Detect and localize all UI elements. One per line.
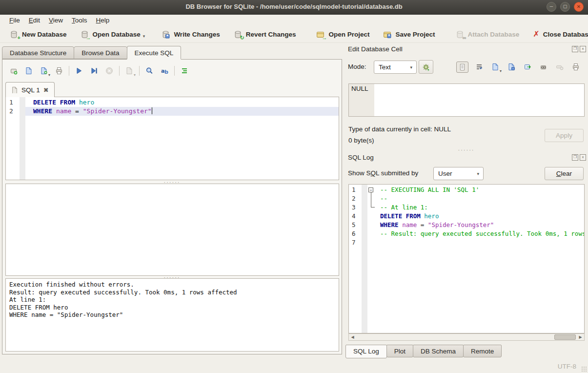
tab-plot[interactable]: Plot [386,345,413,357]
execute-sql-panel: ▾ ▾ ab [2,59,342,354]
edit-cell-dock-controls: ❐ x [572,46,586,52]
plus-badge-icon: + [18,35,20,41]
log-content: − -- EXECUTING ALL IN 'SQL 1' -- -- At l… [367,186,584,238]
menu-file[interactable]: File [5,16,24,25]
save-project-icon [383,30,392,39]
cell-editor-icons: ▾ [456,60,581,74]
text-mode-icon[interactable] [456,62,468,73]
submitted-by-combobox[interactable]: User ▾ [433,167,484,180]
tab-remote[interactable]: Remote [463,345,502,357]
svg-text:b: b [164,69,168,75]
export-icon[interactable] [522,62,533,72]
save-project-button[interactable]: Save Project [380,28,438,41]
open-project-button[interactable]: → Open Project [313,28,372,41]
link-badge-icon: ∞ [463,35,466,41]
toolbar-separator [139,66,140,76]
menu-tools[interactable]: Tools [67,16,92,25]
write-changes-button[interactable]: Write Changes [159,28,223,41]
print-icon[interactable] [570,62,581,72]
find-icon[interactable] [144,65,155,76]
execute-all-icon[interactable] [74,65,84,76]
fold-collapse-icon[interactable]: − [368,187,373,192]
stop-icon [104,65,115,76]
toolbar-separator [174,66,175,76]
scroll-left-icon[interactable]: ◀ [349,334,356,340]
close-database-button[interactable]: ✗ Close Database [530,28,588,40]
resize-grip[interactable] [581,366,587,372]
close-panel-icon[interactable]: x [580,46,586,52]
open-file-icon[interactable]: ▾ [490,62,501,72]
dock-splitter[interactable]: ······ [345,149,588,152]
tab-sql-log[interactable]: SQL Log [345,345,387,358]
main-toolbar: + New Database → Open Database ▾ Write C… [0,26,588,43]
close-button[interactable]: ✕ [574,2,584,12]
execute-current-line-icon[interactable] [89,65,100,76]
minimize-button[interactable]: ─ [547,2,556,12]
line-number-gutter: 1 2 [6,97,20,180]
fold-margin [20,97,25,180]
link-icon[interactable] [538,62,549,72]
new-database-button[interactable]: + New Database [7,28,70,41]
right-dock: Edit Database Cell ❐ x Mode: Text ▾ ▾ [345,45,588,363]
cell-size-info: 0 byte(s) [348,137,374,144]
scrollbar-thumb[interactable] [554,334,576,340]
print-icon[interactable] [54,65,64,76]
sql-log-filter-row: Show SQL submitted by User ▾ Clear [345,166,588,181]
format-sql-icon[interactable] [179,65,190,76]
open-sql-file-new-tab-icon[interactable]: ▾ [39,65,49,76]
close-tab-icon[interactable]: ✖ [43,86,49,94]
tab-db-schema[interactable]: DB Schema [413,345,464,357]
mode-combobox[interactable]: Text ▾ [374,61,417,74]
filter-label: Show SQL submitted by [348,169,418,177]
edit-cell-title: Edit Database Cell [348,45,403,53]
combo-caret-icon: ▾ [477,171,479,176]
new-database-icon: + [10,30,19,39]
sql-log-view[interactable]: 1234567 − -- EXECUTING ALL IN 'SQL 1' --… [348,184,585,333]
tab-execute-sql[interactable]: Execute SQL [127,46,182,60]
revert-changes-button[interactable]: ↻ Revert Changes [231,28,299,41]
refresh-badge-icon: ↻ [240,35,244,41]
menu-edit[interactable]: Edit [24,16,44,25]
float-panel-icon[interactable]: ❐ [572,154,578,161]
open-sql-file-icon[interactable] [23,65,34,76]
menu-view[interactable]: View [44,16,67,25]
text-cursor [152,107,153,114]
replace-icon[interactable]: ab [159,65,170,76]
sql-code[interactable]: DELETE FROM hero WHERE name = "Spider-Yo… [25,98,339,116]
tab-database-structure[interactable]: Database Structure [2,46,74,59]
revert-changes-icon: ↻ [234,30,243,39]
execution-message-pane[interactable]: Execution finished without errors.Result… [5,278,339,352]
sql-1-tab[interactable]: SQL 1 ✖ [5,82,55,97]
menu-help[interactable]: Help [92,16,114,25]
open-database-icon: → [81,30,89,39]
open-database-dropdown-icon[interactable]: ▾ [143,34,145,39]
open-database-button[interactable]: → Open Database ▾ [78,28,148,41]
encoding-status: UTF-8 [558,363,576,370]
sql-editor[interactable]: 1 2 DELETE FROM hero WHERE name = "Spide… [5,97,339,180]
scroll-right-icon[interactable]: ▶ [577,334,584,340]
clear-log-button[interactable]: Clear [545,167,584,180]
attach-database-button: ∞ Attach Database [453,28,523,41]
sql-log-title: SQL Log [348,154,374,161]
float-panel-icon[interactable]: ❐ [572,46,578,52]
import-settings-button[interactable] [419,60,433,74]
word-wrap-icon[interactable] [474,62,485,72]
close-panel-icon[interactable]: x [580,154,586,161]
cell-editor-toolbar: Mode: Text ▾ ▾ [345,60,588,75]
mode-label: Mode: [348,63,366,70]
open-project-icon: → [316,30,325,39]
horizontal-scrollbar[interactable]: ◀ ▶ [348,333,585,341]
cell-value: NULL [351,85,368,92]
sql-editor-toolbar: ▾ ▾ ab [8,64,190,78]
new-sql-tab-icon[interactable] [8,65,19,76]
code-line-1: DELETE FROM hero [25,98,339,107]
fold-guide-line [371,192,375,207]
save-file-icon[interactable] [506,62,517,72]
results-table-pane[interactable] [5,184,339,276]
cell-value-editor[interactable]: NULL [348,83,585,117]
toolbar-separator [69,66,69,76]
write-changes-icon [162,30,170,39]
maximize-button[interactable]: ▢ [560,2,570,12]
dock-tab-bar: SQL Log Plot DB Schema Remote [345,345,501,358]
tab-browse-data[interactable]: Browse Data [74,46,127,59]
